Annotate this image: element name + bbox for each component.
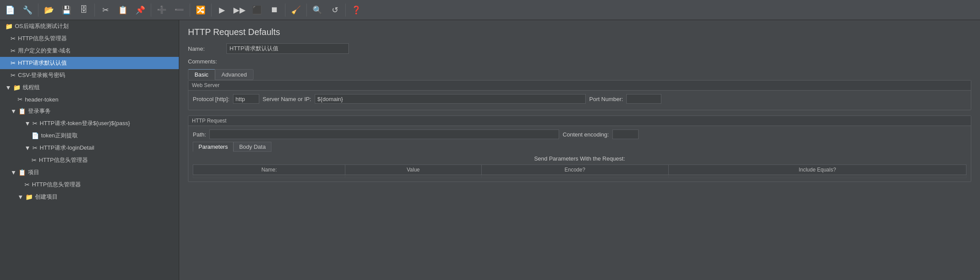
templates-button[interactable]: 🔧	[19, 2, 36, 18]
login-tasks-icon: ▼ 📋	[10, 108, 26, 115]
test-plan-icon: 📁	[5, 23, 13, 30]
sidebar-item-http-header-mgr2[interactable]: ✂ HTTP信息头管理器	[0, 154, 179, 166]
main-tab-bar: Basic Advanced	[188, 69, 971, 80]
web-server-title: Web Server	[188, 80, 971, 91]
save-as-button[interactable]: 🗄	[76, 2, 92, 18]
sidebar-item-thread-group[interactable]: ▼ 📁 线程组	[0, 81, 179, 94]
page-title: HTTP Request Defaults	[188, 27, 971, 37]
param-value-cell[interactable]	[345, 175, 481, 178]
separator-2	[94, 4, 95, 17]
remove-button[interactable]: ➖	[171, 2, 188, 18]
col-value: Value	[345, 165, 481, 175]
http-login-detail-icon: ▼ ✂	[24, 144, 38, 151]
sidebar-item-create-project[interactable]: ▼ 📁 创建项目	[0, 191, 179, 203]
tab-advanced[interactable]: Advanced	[215, 69, 254, 80]
separator-4	[190, 4, 190, 17]
reset-button[interactable]: ↺	[327, 2, 343, 18]
project-icon: ▼ 📋	[10, 169, 26, 176]
help-button[interactable]: ❓	[348, 2, 365, 18]
copy-button[interactable]: 📋	[115, 2, 131, 18]
param-name-cell[interactable]	[193, 175, 345, 178]
web-server-section: Web Server Protocol [http]: Server Name …	[188, 80, 971, 110]
param-encode-cell[interactable]	[481, 175, 668, 178]
paste-button[interactable]: 📌	[132, 2, 149, 18]
csv-login-icon: ✂	[10, 72, 16, 79]
new-test-plan-button[interactable]: 📄	[2, 2, 18, 18]
path-label: Path:	[193, 131, 206, 138]
http-defaults-icon: ✂	[10, 60, 16, 66]
sidebar-item-token-extract[interactable]: 📄 token正则提取	[0, 130, 179, 142]
params-table: Name: Value Encode? Include Equals?	[193, 164, 966, 178]
comments-label: Comments:	[188, 58, 223, 65]
sidebar-item-test-plan[interactable]: 📁 OS后端系统测试计划	[0, 20, 179, 32]
run-button[interactable]: ▶	[214, 2, 230, 18]
stop-button[interactable]: ⬛	[249, 2, 265, 18]
cut-button[interactable]: ✂	[97, 2, 114, 18]
open-button[interactable]: 📂	[41, 2, 57, 18]
tab-basic[interactable]: Basic	[188, 69, 215, 80]
toolbar: 📄 🔧 📂 💾 🗄 ✂ 📋 📌 ➕ ➖ 🔀 ▶ ▶▶ ⬛ ⏹ 🧹 🔍 ↺ ❓	[0, 0, 980, 20]
sidebar-item-login-tasks[interactable]: ▼ 📋 登录事务	[0, 105, 179, 117]
shutdown-button[interactable]: ⏹	[266, 2, 283, 18]
name-row: Name:	[188, 43, 971, 54]
path-input[interactable]	[209, 130, 559, 139]
sidebar-item-http-header-mgr3[interactable]: ✂ HTTP信息头管理器	[0, 178, 179, 191]
header-token-icon: ✂	[17, 96, 23, 103]
sidebar-item-user-vars[interactable]: ✂ 用户定义的变量-域名	[0, 45, 179, 57]
encoding-input[interactable]	[612, 130, 639, 139]
col-name: Name:	[193, 165, 345, 175]
http-header-mgr3-icon: ✂	[24, 181, 30, 188]
content-area: HTTP Request Defaults Name: Comments: Ba…	[179, 20, 980, 280]
token-extract-icon: 📄	[31, 132, 39, 139]
separator-7	[306, 4, 307, 17]
http-token-icon: ▼ ✂	[24, 120, 38, 127]
encoding-label: Content encoding:	[563, 131, 609, 138]
main-layout: 📁 OS后端系统测试计划 ✂ HTTP信息头管理器 ✂ 用户定义的变量-域名 ✂…	[0, 20, 980, 280]
http-request-content: Path: Content encoding: Parameters Body …	[188, 126, 971, 182]
server-input[interactable]	[315, 94, 586, 104]
sidebar-item-http-header-mgr[interactable]: ✂ HTTP信息头管理器	[0, 32, 179, 45]
col-include-equals: Include Equals?	[668, 165, 966, 175]
http-request-section: HTTP Request Path: Content encoding: Par…	[188, 116, 971, 182]
sidebar-item-http-token-login[interactable]: ▼ ✂ HTTP请求-token登录${user}${pass}	[0, 117, 179, 130]
separator-5	[211, 4, 212, 17]
clear-all-button[interactable]: 🧹	[288, 2, 304, 18]
sidebar: 📁 OS后端系统测试计划 ✂ HTTP信息头管理器 ✂ 用户定义的变量-域名 ✂…	[0, 20, 179, 280]
run-no-pause-button[interactable]: ▶▶	[231, 2, 248, 18]
sidebar-item-project[interactable]: ▼ 📋 项目	[0, 166, 179, 178]
create-project-icon: ▼ 📁	[17, 193, 33, 200]
sidebar-item-header-token[interactable]: ✂ header-token	[0, 94, 179, 105]
server-label: Server Name or IP:	[263, 96, 311, 102]
comments-row: Comments:	[188, 58, 971, 65]
sub-tab-parameters[interactable]: Parameters	[193, 142, 233, 152]
table-row	[193, 175, 966, 178]
sidebar-item-csv-login[interactable]: ✂ CSV-登录账号密码	[0, 69, 179, 81]
http-header-mgr2-icon: ✂	[31, 157, 37, 164]
http-header-mgr-icon: ✂	[10, 35, 16, 42]
search-button[interactable]: 🔍	[309, 2, 326, 18]
sub-tab-bar: Parameters Body Data	[193, 142, 966, 152]
web-server-content: Protocol [http]: Server Name or IP: Port…	[188, 91, 971, 110]
thread-group-icon: ▼ 📁	[5, 84, 21, 91]
protocol-input[interactable]	[233, 94, 259, 104]
port-input[interactable]	[626, 94, 661, 104]
duplicate-button[interactable]: 🔀	[192, 2, 209, 18]
send-params-label: Send Parameters With the Request:	[193, 155, 966, 162]
name-input[interactable]	[226, 43, 349, 54]
sidebar-item-http-defaults[interactable]: ✂ HTTP请求默认认值	[0, 57, 179, 69]
user-vars-icon: ✂	[10, 47, 16, 54]
param-include-cell[interactable]	[668, 175, 966, 178]
separator-6	[285, 4, 285, 17]
sidebar-item-http-login-detail[interactable]: ▼ ✂ HTTP请求-loginDetail	[0, 142, 179, 154]
save-button[interactable]: 💾	[58, 2, 75, 18]
sub-tab-body-data[interactable]: Body Data	[233, 142, 271, 152]
name-label: Name:	[188, 46, 223, 52]
protocol-label: Protocol [http]:	[193, 96, 229, 102]
path-row: Path: Content encoding:	[193, 130, 966, 139]
add-button[interactable]: ➕	[153, 2, 170, 18]
server-row: Protocol [http]: Server Name or IP: Port…	[193, 94, 966, 104]
separator-1	[38, 4, 38, 17]
separator-8	[345, 4, 346, 17]
separator-3	[151, 4, 151, 17]
http-request-title: HTTP Request	[188, 116, 971, 126]
